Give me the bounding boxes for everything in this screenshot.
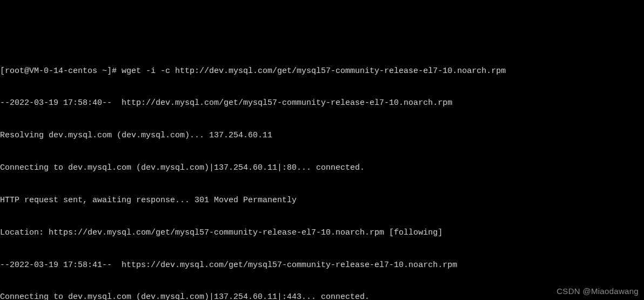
location-line: Location: https://dev.mysql.com/get/mysq…	[0, 228, 644, 238]
watermark-text: CSDN @Miaodawang	[556, 286, 639, 297]
http-response-line: HTTP request sent, awaiting response... …	[0, 195, 644, 206]
terminal-prompt-line: [root@VM-0-14-centos ~]# wget -i -c http…	[0, 66, 644, 77]
wget-start-line: --2022-03-19 17:58:40-- http://dev.mysql…	[0, 98, 644, 109]
connecting-line: Connecting to dev.mysql.com (dev.mysql.c…	[0, 163, 644, 174]
connecting-line: Connecting to dev.mysql.com (dev.mysql.c…	[0, 292, 644, 300]
wget-retry-line: --2022-03-19 17:58:41-- https://dev.mysq…	[0, 260, 644, 271]
terminal-output[interactable]: [root@VM-0-14-centos ~]# wget -i -c http…	[0, 43, 644, 300]
resolving-line: Resolving dev.mysql.com (dev.mysql.com).…	[0, 130, 644, 141]
